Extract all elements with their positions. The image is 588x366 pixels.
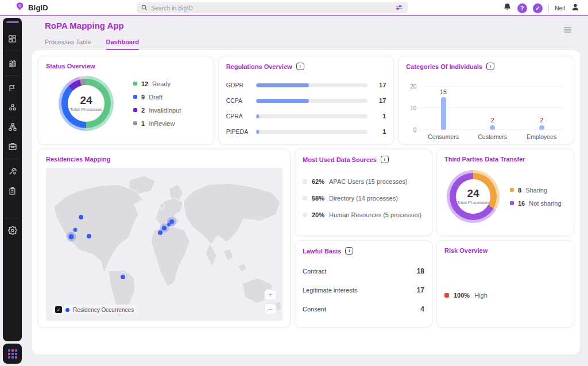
residency-dot[interactable] (158, 230, 163, 235)
apps-grid-icon[interactable] (8, 349, 17, 359)
hamburger-menu-icon[interactable] (563, 25, 572, 36)
residency-dot[interactable] (167, 223, 171, 226)
hierarchy-icon[interactable] (3, 120, 22, 134)
category-label: Customers (478, 133, 507, 140)
card-lawful-basis: Lawful Basisi Contract18Legitimate inter… (295, 240, 432, 328)
regulations-bar-chart: GDPR17CCPA17CPRA1PIPEDA1 (226, 82, 386, 135)
residency-dot[interactable] (68, 234, 74, 239)
clipboard-icon[interactable] (3, 184, 22, 198)
sidebar (3, 18, 22, 364)
world-map[interactable]: ✓ Residency Occurrences + – (46, 168, 283, 321)
card-regulations-overview: Regulations Overviewi GDPR17CCPA17CPRA1P… (218, 56, 394, 145)
card-categories-of-individuals: Categories Of Individualsi 20100 15Consu… (398, 56, 574, 145)
zoom-out-button[interactable]: – (264, 303, 277, 315)
lawful-basis-row: Legitimate interests17 (303, 286, 424, 294)
residency-dot[interactable] (87, 234, 91, 238)
legend-item: 2InvalidInput (133, 107, 181, 114)
residency-dot[interactable] (79, 215, 83, 219)
legend-swatch (510, 188, 514, 192)
bar-track[interactable] (256, 114, 368, 118)
user-avatar-icon[interactable] (571, 2, 580, 14)
dashboard-icon[interactable] (3, 32, 22, 45)
plot-area: 15Consumers2Customers2Employees (419, 76, 566, 140)
legend-item: 8Sharing (510, 187, 562, 194)
bar-track[interactable] (256, 99, 368, 103)
tasks-check-icon[interactable]: ✓ (533, 3, 543, 13)
row-label: Legitimate interests (303, 287, 357, 294)
item-swatch (303, 213, 307, 217)
legend-item: 1InReview (133, 120, 181, 127)
info-icon[interactable]: i (486, 63, 494, 70)
notifications-bell-icon[interactable] (503, 3, 512, 14)
regulation-bar-row: GDPR17 (226, 82, 386, 88)
card-risk-overview: Risk Overview 100%High (436, 240, 574, 328)
card-most-used-data-sources: Most Used Data Sourcesi 62%APAC Users (1… (295, 149, 432, 236)
item-percent: 62% (312, 178, 324, 185)
archive-icon[interactable] (3, 140, 22, 153)
row-value: 17 (417, 286, 424, 294)
legend-label: InReview (149, 120, 175, 127)
zoom-in-button[interactable]: + (264, 289, 277, 300)
tools-icon[interactable] (3, 164, 22, 178)
legend-swatch (133, 108, 137, 112)
residency-dot[interactable] (73, 228, 77, 232)
status-donut-chart[interactable]: 24 Total Processes (59, 76, 114, 131)
brand[interactable]: BigID (15, 2, 48, 14)
residency-dot[interactable] (162, 226, 167, 230)
row-value: 4 (420, 305, 424, 313)
item-swatch (303, 179, 307, 184)
legend-value: 12 (141, 80, 148, 87)
residency-dot[interactable] (121, 275, 125, 279)
list-item: 100%High (444, 292, 566, 299)
lawful-basis-row: Contract18 (303, 267, 424, 275)
total-processes-label: Total Processes (70, 107, 102, 112)
map-zoom-controls: + – (264, 289, 277, 315)
divider (5, 159, 20, 159)
bar[interactable] (441, 97, 446, 130)
bar-column: 2 (524, 117, 559, 130)
legend-checkbox[interactable]: ✓ (55, 306, 62, 313)
legend-value: 16 (518, 200, 525, 207)
tab-dashboard[interactable]: Dashboard (106, 38, 139, 50)
legend-value: 2 (141, 107, 145, 114)
total-processes-label: Total Processes (457, 200, 489, 205)
flag-icon[interactable] (3, 81, 22, 95)
main-content: RoPA Mapping App Processes Table Dashboa… (32, 21, 580, 355)
card-title: Lawful Basis (303, 248, 341, 255)
bar-track[interactable] (256, 83, 368, 87)
divider (548, 4, 549, 12)
total-processes-value: 24 (80, 95, 92, 106)
bar-label: CCPA (226, 97, 256, 104)
settings-gear-icon[interactable] (3, 224, 22, 237)
lawful-basis-list: Contract18Legitimate interests17Consent4 (303, 267, 424, 313)
world-map-svg (46, 168, 283, 321)
legend-swatch (133, 82, 137, 86)
legend-value: 1 (141, 120, 145, 127)
legend-swatch (133, 121, 137, 125)
analytics-icon[interactable] (3, 56, 22, 70)
bar-track[interactable] (256, 130, 368, 134)
list-item: 20%Human Resources (5 processes) (303, 211, 424, 218)
bar-value: 1 (376, 128, 386, 135)
bar[interactable] (490, 125, 495, 130)
bar[interactable] (539, 125, 544, 130)
y-tick-label: 20 (410, 83, 416, 90)
info-icon[interactable]: i (296, 63, 304, 70)
page-title: RoPA Mapping App (45, 21, 580, 30)
tab-bar: Processes Table Dashboard (45, 38, 580, 50)
filter-sliders-icon[interactable] (395, 3, 403, 13)
help-icon[interactable]: ? (517, 3, 527, 13)
search-input[interactable] (151, 5, 392, 11)
third-parties-donut-chart[interactable]: 24 Total Processes (447, 170, 500, 223)
card-title: Most Used Data Sources (303, 156, 377, 163)
regulation-bar-row: CPRA1 (226, 113, 386, 120)
info-icon[interactable]: i (345, 247, 353, 255)
card-title: Risk Overview (444, 247, 488, 254)
bar-label: CPRA (226, 113, 256, 120)
info-icon[interactable]: i (381, 156, 389, 163)
tab-processes-table[interactable]: Processes Table (45, 38, 91, 50)
card-status-overview: Status Overview 24 Total Processes 12Rea… (38, 56, 214, 145)
global-search[interactable] (137, 2, 408, 13)
brand-name: BigID (28, 3, 48, 12)
cluster-icon[interactable] (3, 101, 22, 114)
